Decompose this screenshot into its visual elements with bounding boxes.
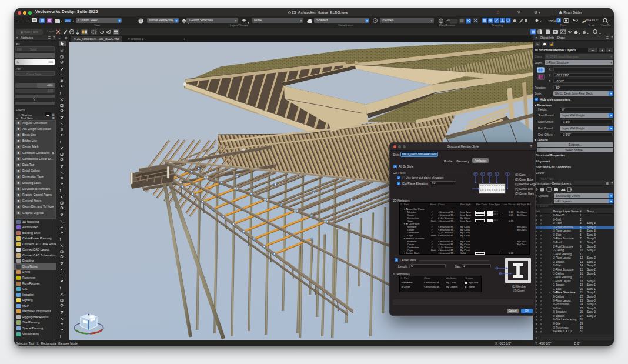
svg-text:☰: ☰ bbox=[65, 36, 68, 40]
svg-text:✕: ✕ bbox=[58, 36, 61, 40]
svg-text:5: 5 bbox=[507, 173, 509, 176]
svg-text:4: 4 bbox=[496, 173, 498, 176]
svg-text:3: 3 bbox=[489, 173, 491, 176]
svg-text:(1) Member: (1) Member bbox=[512, 285, 526, 288]
svg-text:1: 1 bbox=[475, 173, 477, 176]
svg-text:49%: 49% bbox=[65, 19, 70, 22]
svg-text:(2) Cover: (2) Cover bbox=[513, 289, 525, 292]
svg-text:2: 2 bbox=[482, 173, 484, 176]
svg-text:100%: 100% bbox=[548, 19, 556, 23]
